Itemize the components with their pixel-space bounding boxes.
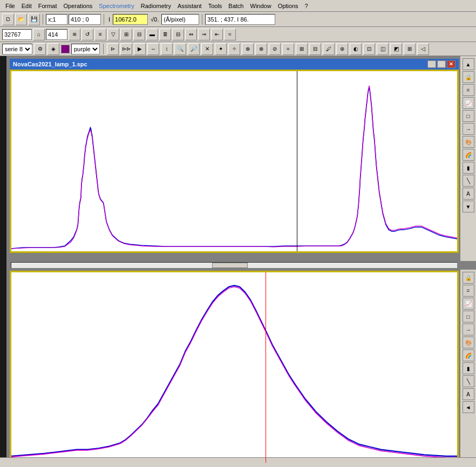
tb2-btn14[interactable]: ≈	[224, 29, 236, 40]
scrollbar-track[interactable]	[11, 262, 458, 269]
rp-rainbow[interactable]: 🌈	[463, 149, 474, 161]
tb2-btn4[interactable]: ≡	[94, 29, 106, 40]
intensity-input[interactable]	[113, 14, 148, 25]
tb3-btn19[interactable]: ◐	[350, 43, 362, 55]
tb2-btn1[interactable]: ⌂	[33, 29, 45, 40]
rp-chart[interactable]: 📈	[463, 97, 474, 109]
rp-arrow[interactable]: →	[463, 123, 474, 135]
tb3-btn21[interactable]: ◫	[377, 43, 389, 55]
x-label-input[interactable]	[46, 14, 67, 25]
close-btn[interactable]: ✕	[447, 60, 455, 68]
tb3-btn16[interactable]: ⊟	[309, 43, 321, 55]
rpb-rect[interactable]: □	[463, 311, 474, 322]
maximize-btn[interactable]: □	[437, 60, 446, 68]
menu-edit[interactable]: Edit	[18, 2, 35, 10]
tb2-btn6[interactable]: ⊞	[120, 29, 132, 40]
x-value-input[interactable]	[69, 14, 101, 25]
rp-color[interactable]: 🎨	[463, 136, 474, 148]
rp-eq[interactable]: =	[463, 84, 474, 96]
rpb-chart[interactable]: 📈	[463, 298, 474, 310]
tb3-btn17[interactable]: 🖊	[323, 43, 335, 55]
tb2-btn8[interactable]: ▬	[146, 29, 158, 40]
tb3-btn5[interactable]: ↕	[161, 43, 173, 55]
rpb-bar[interactable]: ▮	[463, 362, 474, 374]
menu-format[interactable]: Format	[35, 2, 60, 10]
rpb-line[interactable]: ╲	[463, 375, 474, 387]
bottom-spectrum-canvas[interactable]	[10, 271, 459, 464]
tb3-btn3[interactable]: ▶	[134, 43, 146, 55]
rp-scroll-up[interactable]: ▲	[463, 58, 474, 70]
rp-lock[interactable]: 🔒	[463, 71, 474, 83]
menu-tools[interactable]: Tools	[205, 2, 226, 10]
rpb-lock[interactable]: 🔒	[463, 272, 474, 284]
tb3-btn18[interactable]: ⊛	[336, 43, 348, 55]
rp-scroll-dn[interactable]: ▼	[463, 201, 474, 212]
minimize-btn[interactable]: _	[427, 60, 436, 68]
tb3-btn10[interactable]: ✧	[228, 43, 240, 55]
menu-radiometry[interactable]: Radiometry	[138, 2, 174, 10]
new-btn[interactable]: 🗋	[2, 13, 14, 25]
tb2-btn5[interactable]: ▽	[107, 29, 119, 40]
tb3-btn4[interactable]: ↔	[147, 43, 159, 55]
tb3-btn1[interactable]: ⊳	[107, 43, 119, 55]
tb3-btn20[interactable]: ⊡	[363, 43, 375, 55]
tb3-btn24[interactable]: ◁	[417, 43, 429, 55]
tb3-btn9[interactable]: ✦	[215, 43, 227, 55]
rpb-color[interactable]: 🎨	[463, 336, 474, 348]
series-select[interactable]: serie 8	[2, 44, 32, 54]
tb2-btn3[interactable]: ↺	[81, 29, 93, 40]
tb2-btn2[interactable]: ≋	[69, 29, 80, 40]
series-btn2[interactable]: ◈	[47, 43, 59, 55]
rp-text[interactable]: A	[463, 188, 474, 200]
rp-line[interactable]: ╲	[463, 175, 474, 187]
tb3-btn12[interactable]: ⊗	[255, 43, 267, 55]
series-color-box[interactable]	[61, 45, 70, 53]
menu-file[interactable]: File	[2, 2, 18, 10]
tb3-btn2[interactable]: ⊳⊳	[120, 43, 132, 55]
tb3-btn23[interactable]: ⊞	[404, 43, 416, 55]
sep2	[104, 14, 104, 25]
tb3-btn13[interactable]: ⊘	[269, 43, 281, 55]
tb2-btn9[interactable]: ≣	[159, 29, 171, 40]
menu-spectrometry[interactable]: Spectrometry	[96, 2, 137, 10]
menu-window[interactable]: Window	[247, 2, 275, 10]
val1-input[interactable]	[2, 29, 32, 40]
tb2-btn13[interactable]: ⇤	[211, 29, 223, 40]
tb3-btn22[interactable]: ◩	[390, 43, 402, 55]
tb2-btn10[interactable]: ⊟	[172, 29, 184, 40]
tb3-btn7[interactable]: 🔎	[188, 43, 200, 55]
right-panel-top: ▲ 🔒 = 📈 □ → 🎨 🌈 ▮ ╲ A ▼	[460, 56, 476, 261]
menu-batch[interactable]: Batch	[225, 2, 247, 10]
rpb-extra[interactable]: ◄	[463, 401, 474, 413]
top-spectrum-canvas[interactable]	[10, 70, 459, 253]
statusbar	[0, 457, 476, 467]
save-btn[interactable]: 💾	[28, 13, 40, 25]
scrollbar-thumb[interactable]	[212, 263, 248, 268]
rp-bar[interactable]: ▮	[463, 162, 474, 174]
val2-input[interactable]	[46, 29, 67, 40]
tb3-btn6[interactable]: 🔍	[174, 43, 186, 55]
tb3-btn15[interactable]: ⊞	[296, 43, 308, 55]
open-btn[interactable]: 📂	[15, 13, 27, 25]
angstrom-input[interactable]	[161, 14, 199, 25]
tb2-btn11[interactable]: ⇔	[185, 29, 197, 40]
rpb-text[interactable]: A	[463, 388, 474, 400]
menu-operations[interactable]: Operations	[60, 2, 96, 10]
menu-help[interactable]: ?	[302, 2, 311, 10]
color-select[interactable]: purple	[71, 44, 100, 54]
tb2-btn7[interactable]: ⊟	[133, 29, 145, 40]
tb3-btn11[interactable]: ⊕	[242, 43, 254, 55]
menu-options[interactable]: Options	[275, 2, 302, 10]
sep1	[43, 14, 43, 25]
rpb-eq[interactable]: =	[463, 285, 474, 297]
rpb-arrow[interactable]: →	[463, 324, 474, 335]
rp-rect[interactable]: □	[463, 110, 474, 122]
series-btn1[interactable]: ⚙	[34, 43, 46, 55]
menu-assistant[interactable]: Assistant	[174, 2, 205, 10]
series-row: serie 8 ⚙ ◈ purple ⊳ ⊳⊳ ▶ ↔ ↕ 🔍 🔎 ✕ ✦ ✧ …	[0, 42, 476, 56]
tb2-btn12[interactable]: ⇒	[198, 29, 210, 40]
rpb-rainbow[interactable]: 🌈	[463, 349, 474, 361]
tb3-btn14[interactable]: ≈	[282, 43, 294, 55]
coords-input[interactable]	[205, 14, 275, 25]
tb3-btn8[interactable]: ✕	[201, 43, 213, 55]
